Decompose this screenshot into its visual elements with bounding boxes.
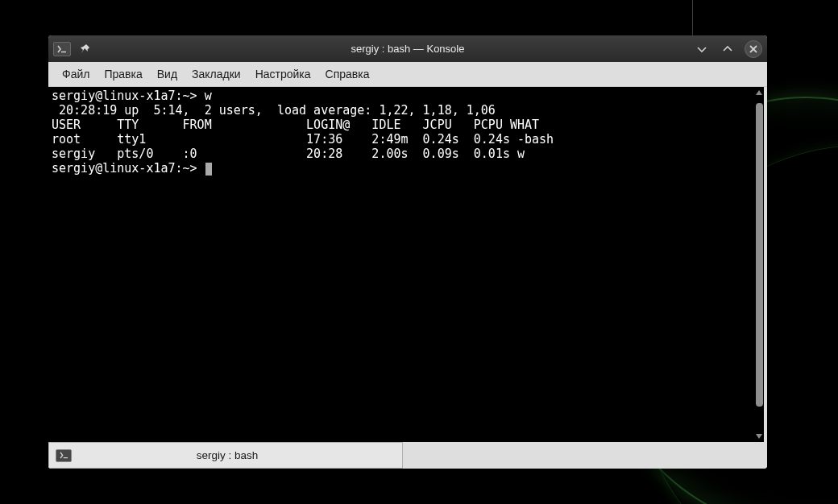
menu-help[interactable]: Справка xyxy=(318,64,377,84)
menu-bookmarks[interactable]: Закладки xyxy=(185,64,248,84)
konsole-window: sergiy : bash — Konsole Файл Правка Вид … xyxy=(48,35,767,469)
pin-icon[interactable] xyxy=(79,43,92,56)
terminal-container: sergiy@linux-x1a7:~> w 20:28:19 up 5:14,… xyxy=(48,87,767,442)
terminal-output: USER TTY FROM LOGIN@ IDLE JCPU PCPU WHAT xyxy=(52,118,539,132)
tabbar: sergiy : bash xyxy=(48,442,767,469)
cursor-icon xyxy=(205,163,212,176)
terminal-icon xyxy=(56,449,72,462)
prompt: sergiy@linux-x1a7:~> xyxy=(52,89,205,103)
close-button[interactable] xyxy=(745,40,762,58)
maximize-button[interactable] xyxy=(719,40,736,58)
menu-file[interactable]: Файл xyxy=(55,64,97,84)
scrollbar[interactable] xyxy=(754,87,764,442)
menu-edit[interactable]: Правка xyxy=(97,64,149,84)
tab-label: sergiy : bash xyxy=(80,449,396,461)
terminal-output: sergiy pts/0 :0 20:28 2.00s 0.09s 0.01s … xyxy=(52,147,525,161)
menu-view[interactable]: Вид xyxy=(150,64,185,84)
minimize-button[interactable] xyxy=(693,40,711,58)
scroll-track[interactable] xyxy=(754,98,764,431)
scroll-up-icon[interactable] xyxy=(754,87,764,98)
app-terminal-icon xyxy=(53,42,71,56)
menubar: Файл Правка Вид Закладки Настройка Справ… xyxy=(48,62,767,87)
command-text: w xyxy=(205,89,212,103)
terminal[interactable]: sergiy@linux-x1a7:~> w 20:28:19 up 5:14,… xyxy=(48,87,764,442)
titlebar[interactable]: sergiy : bash — Konsole xyxy=(48,35,767,62)
terminal-output: 20:28:19 up 5:14, 2 users, load average:… xyxy=(52,103,496,118)
scroll-thumb[interactable] xyxy=(756,103,763,407)
scroll-down-icon[interactable] xyxy=(754,431,764,442)
prompt: sergiy@linux-x1a7:~> xyxy=(52,161,205,176)
window-title: sergiy : bash — Konsole xyxy=(48,43,767,55)
terminal-output: root tty1 17:36 2:49m 0.24s 0.24s -bash xyxy=(52,132,554,147)
menu-settings[interactable]: Настройка xyxy=(248,64,318,84)
tab-session[interactable]: sergiy : bash xyxy=(48,442,403,469)
